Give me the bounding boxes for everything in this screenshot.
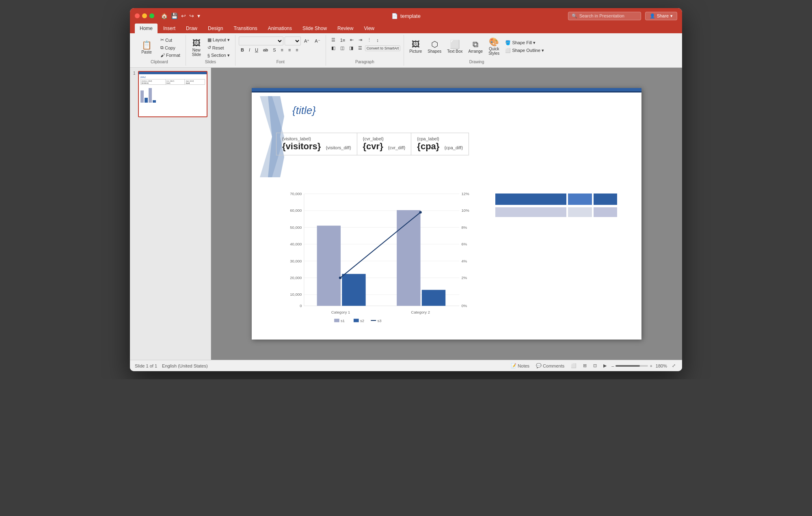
indent-increase-button[interactable]: ⇥ <box>356 37 364 43</box>
save-icon[interactable]: 💾 <box>171 13 178 19</box>
quick-styles-button[interactable]: 🎨 QuickStyles <box>486 37 501 57</box>
svg-text:s3: s3 <box>377 318 381 323</box>
reading-view-icon: ⊡ <box>593 363 597 368</box>
increase-font-button[interactable]: A⁺ <box>302 38 311 45</box>
arrange-button[interactable]: ⧉ Arrange <box>466 39 485 55</box>
copy-button[interactable]: ⧉ Copy <box>158 44 182 51</box>
align-center-para-button[interactable]: ◫ <box>338 45 346 52</box>
more-icon[interactable]: ▾ <box>197 13 200 19</box>
file-icon: 📄 <box>391 13 398 19</box>
reset-button[interactable]: ↺ Reset <box>205 44 232 51</box>
section-button[interactable]: § Section ▾ <box>205 52 232 59</box>
shape-outline-icon: ⬜ <box>505 48 511 53</box>
zoom-slider[interactable]: – + <box>611 363 652 368</box>
visitors-label: {visitors_label} <box>282 136 351 141</box>
justify-button[interactable]: ☰ <box>356 45 364 52</box>
new-slide-button[interactable]: 🖼 NewSlide <box>189 38 204 58</box>
shape-outline-button[interactable]: ⬜ Shape Outline ▾ <box>503 47 546 54</box>
layout-button[interactable]: ▦ Layout ▾ <box>205 37 232 43</box>
slide-sorter-button[interactable]: ⊞ <box>581 362 588 369</box>
bullets-button[interactable]: ☰ <box>329 37 337 43</box>
italic-button[interactable]: I <box>247 47 252 53</box>
align-right-para-button[interactable]: ◨ <box>347 45 355 52</box>
indent-decrease-button[interactable]: ⇤ <box>348 37 356 43</box>
close-button[interactable] <box>135 13 140 18</box>
picture-button[interactable]: 🖼 Picture <box>407 39 424 55</box>
undo-icon[interactable]: ↩ <box>181 13 186 19</box>
cut-button[interactable]: ✂ Cut <box>158 37 182 43</box>
text-direction-button[interactable]: ↕ <box>374 37 381 43</box>
search-box[interactable]: 🔍 Search in Presentation <box>568 12 641 20</box>
underline-button[interactable]: U <box>253 47 260 53</box>
font-family-select[interactable] <box>239 37 283 45</box>
tab-insert[interactable]: Insert <box>158 24 180 33</box>
ribbon-tabs: Home Insert Draw Design Transitions Anim… <box>130 24 682 33</box>
align-left-button[interactable]: ≡ <box>279 47 285 53</box>
legend-bar-row-1 <box>495 194 617 205</box>
align-left-para-button[interactable]: ◧ <box>329 45 337 52</box>
paragraph-label: Paragraph <box>355 60 374 64</box>
share-button[interactable]: 👤 Share ▾ <box>645 12 677 20</box>
tab-animations[interactable]: Animations <box>263 24 297 33</box>
notes-button[interactable]: 📝 Notes <box>509 362 531 369</box>
traffic-lights <box>135 13 154 18</box>
format-button[interactable]: 🖌 Format <box>158 52 182 58</box>
home-icon[interactable]: 🏠 <box>161 13 168 19</box>
shapes-button[interactable]: ⬡ Shapes <box>425 39 443 55</box>
shape-fill-button[interactable]: 🪣 Shape Fill ▾ <box>503 39 546 46</box>
legend-bars <box>495 189 617 327</box>
group-font: A⁺ A⁻ B I U ab S ≡ ≡ ≡ Font <box>235 35 326 66</box>
align-right-button[interactable]: ≡ <box>294 47 300 53</box>
svg-text:30,000: 30,000 <box>290 259 302 263</box>
decrease-font-button[interactable]: A⁻ <box>313 38 322 45</box>
kpi-cvr-cell: {cvr_label} {cvr} {cvr_diff} <box>357 133 411 155</box>
tab-home[interactable]: Home <box>135 24 158 33</box>
paste-button[interactable]: 📋 Paste <box>136 40 157 56</box>
tab-view[interactable]: View <box>359 24 379 33</box>
zoom-track[interactable] <box>615 365 648 367</box>
bold-button[interactable]: B <box>239 47 246 53</box>
zoom-decrease-button[interactable]: – <box>611 363 614 368</box>
paste-icon: 📋 <box>142 41 152 49</box>
tab-design[interactable]: Design <box>203 24 228 33</box>
textbox-button[interactable]: ⬜ Text Box <box>445 39 464 55</box>
canvas-area[interactable]: {title} {visitors_label} {visitors} {vis… <box>211 68 682 360</box>
minimize-button[interactable] <box>142 13 147 18</box>
align-center-button[interactable]: ≡ <box>286 47 293 53</box>
bar-cat1-s1 <box>317 226 341 306</box>
svg-text:40,000: 40,000 <box>290 242 302 246</box>
reading-view-button[interactable]: ⊡ <box>592 362 598 369</box>
shadow-button[interactable]: S <box>271 47 278 53</box>
svg-text:60,000: 60,000 <box>290 208 302 213</box>
slideshow-button[interactable]: ▶ <box>602 362 608 369</box>
slide-sorter-icon: ⊞ <box>583 363 587 368</box>
redo-icon[interactable]: ↪ <box>189 13 194 19</box>
format-icon: 🖌 <box>160 53 165 58</box>
shapes-icon: ⬡ <box>431 40 438 48</box>
convert-smartart-button[interactable]: Convert to SmartArt <box>365 45 401 51</box>
slide-thumbnail[interactable]: {title} {visitors_label}{visitors} {cvr_… <box>138 71 207 117</box>
clipboard-label: Clipboard <box>151 60 168 64</box>
tab-slideshow[interactable]: Slide Show <box>298 24 332 33</box>
numbering-button[interactable]: 1≡ <box>338 37 348 43</box>
fit-icon: ⤢ <box>672 363 676 368</box>
slide-title[interactable]: {title} <box>292 104 316 117</box>
svg-text:Category 1: Category 1 <box>331 310 350 314</box>
zoom-increase-button[interactable]: + <box>650 363 652 368</box>
font-size-select[interactable] <box>285 37 301 45</box>
columns-button[interactable]: ⋮ <box>365 37 374 43</box>
svg-text:10,000: 10,000 <box>290 292 302 297</box>
slide-number: 1 <box>133 71 136 75</box>
tab-draw[interactable]: Draw <box>181 24 202 33</box>
tab-transitions[interactable]: Transitions <box>229 24 262 33</box>
fit-button[interactable]: ⤢ <box>670 362 677 369</box>
strikethrough-button[interactable]: ab <box>261 47 270 53</box>
maximize-button[interactable] <box>149 13 154 18</box>
group-slides: 🖼 NewSlide ▦ Layout ▾ ↺ Reset § Section … <box>186 35 235 66</box>
svg-text:0: 0 <box>300 303 302 308</box>
svg-text:12%: 12% <box>462 191 470 196</box>
comments-button[interactable]: 💬 Comments <box>534 362 566 369</box>
normal-view-button[interactable]: ⬜ <box>569 362 578 369</box>
tab-review[interactable]: Review <box>333 24 358 33</box>
slide[interactable]: {title} {visitors_label} {visitors} {vis… <box>252 88 641 340</box>
